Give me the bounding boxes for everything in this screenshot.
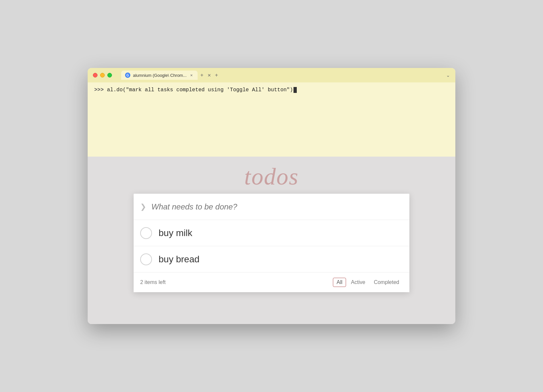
- browser-content: todos ❯ buy milk buy bread 2 items left: [88, 157, 455, 324]
- terminal-cursor: [293, 87, 297, 93]
- add-tab-icon[interactable]: +: [215, 72, 218, 78]
- filter-all-button[interactable]: All: [333, 278, 346, 287]
- todo-checkbox-2[interactable]: [140, 253, 152, 265]
- new-todo-input[interactable]: [151, 202, 403, 211]
- google-icon: G: [125, 73, 130, 78]
- todo-text-1: buy milk: [159, 228, 192, 238]
- filter-completed-button[interactable]: Completed: [370, 278, 403, 287]
- filter-active-button[interactable]: Active: [347, 278, 369, 287]
- close-button[interactable]: [93, 73, 98, 77]
- tab-title: alumnium (Google\ Chrom...: [133, 73, 186, 78]
- items-left-count: 2 items left: [140, 279, 333, 285]
- browser-tab[interactable]: G alumnium (Google\ Chrom... ✕: [121, 71, 198, 80]
- todo-input-area: ❯: [134, 194, 409, 220]
- tab-close-icon[interactable]: ✕: [189, 73, 194, 77]
- maximize-button[interactable]: [107, 73, 112, 77]
- terminal-content: >>> al.do("mark all tasks completed usin…: [88, 82, 455, 157]
- todo-item: buy bread: [134, 246, 409, 272]
- todo-checkbox-1[interactable]: [140, 227, 152, 239]
- todo-footer: 2 items left All Active Completed: [134, 272, 409, 292]
- minimize-button[interactable]: [100, 73, 105, 77]
- tab-bar: G alumnium (Google\ Chrom... ✕ + ✕ + ⌄: [121, 71, 450, 80]
- toggle-all-button[interactable]: ❯: [140, 203, 146, 211]
- tab-actions: + ✕ +: [200, 72, 218, 78]
- terminal-prompt: >>> al.do("mark all tasks completed usin…: [94, 87, 449, 93]
- todo-text-2: buy bread: [159, 254, 200, 265]
- close-window-icon[interactable]: ✕: [207, 73, 211, 78]
- new-tab-icon[interactable]: +: [200, 72, 203, 78]
- todo-item: buy milk: [134, 220, 409, 246]
- browser-window: G alumnium (Google\ Chrom... ✕ + ✕ + ⌄ >…: [88, 68, 455, 324]
- todo-app-title: todos: [244, 163, 299, 190]
- terminal-panel: G alumnium (Google\ Chrom... ✕ + ✕ + ⌄ >…: [88, 68, 455, 157]
- filter-buttons: All Active Completed: [333, 278, 403, 287]
- prompt-symbol: >>>: [94, 87, 104, 93]
- terminal-titlebar: G alumnium (Google\ Chrom... ✕ + ✕ + ⌄: [88, 68, 455, 82]
- chevron-down-icon[interactable]: ⌄: [446, 73, 450, 78]
- terminal-command[interactable]: al.do("mark all tasks completed using 'T…: [107, 87, 293, 93]
- todo-app: ❯ buy milk buy bread 2 items left All Ac…: [134, 194, 409, 292]
